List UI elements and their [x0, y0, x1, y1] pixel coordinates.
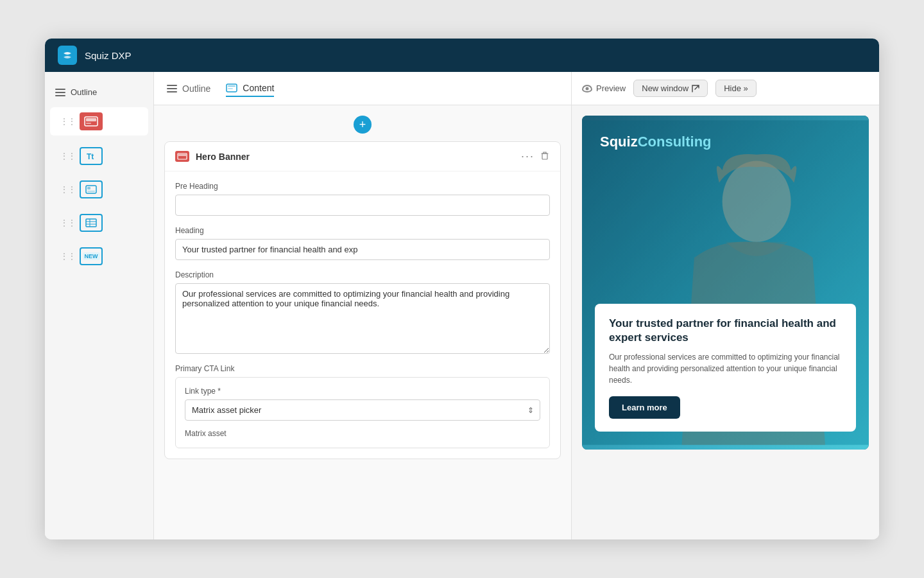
preview-label: Preview: [582, 83, 626, 93]
sidebar-item-hero[interactable]: ⋮⋮: [50, 107, 148, 136]
content-tab-icon: [226, 83, 237, 92]
app-title: Squiz DXP: [85, 50, 132, 61]
outline-tab-icon: [167, 85, 177, 92]
matrix-asset-row: Matrix asset: [185, 427, 540, 439]
svg-rect-13: [228, 88, 233, 89]
pre-heading-label: Pre Heading: [175, 182, 550, 191]
component-more-button[interactable]: ···: [521, 150, 535, 163]
component-title: Hero Banner: [196, 152, 515, 162]
preview-panel: Preview New window Hide »: [571, 72, 879, 539]
hero-cta-button[interactable]: Learn more: [609, 396, 680, 419]
svg-rect-1: [86, 118, 96, 121]
preview-header: Preview New window Hide »: [572, 72, 879, 105]
panel-body: + Hero Banner ···: [154, 105, 571, 539]
svg-rect-15: [178, 154, 186, 156]
svg-text:Tt: Tt: [87, 152, 94, 161]
description-label: Description: [175, 270, 550, 279]
primary-cta-label: Primary CTA Link: [175, 364, 550, 373]
drag-handle-icon: ⋮⋮: [60, 117, 76, 126]
link-type-row: Link type * Matrix asset picker URL Emai…: [185, 387, 540, 421]
description-field: Description Our professional services ar…: [175, 270, 550, 354]
component-header-icon: [175, 151, 189, 162]
hero-preview: SquizConsulting Your trusted partner for…: [582, 116, 869, 450]
component-header: Hero Banner ···: [165, 142, 560, 171]
component-block-hero: Hero Banner ···: [164, 141, 561, 459]
matrix-asset-label: Matrix asset: [185, 429, 227, 438]
hero-banner-icon: [80, 112, 103, 130]
content-panel: Outline Content +: [154, 72, 571, 539]
link-type-select-wrapper: Matrix asset picker URL Email Phone ⇕: [185, 399, 540, 421]
pre-heading-field: Pre Heading: [175, 182, 550, 216]
heading-input[interactable]: [175, 239, 550, 260]
hero-card: Your trusted partner for financial healt…: [595, 304, 856, 432]
drag-handle-icon: ⋮⋮: [60, 252, 76, 261]
primary-cta-field: Primary CTA Link Link type * Mat: [175, 364, 550, 448]
tab-outline[interactable]: Outline: [167, 81, 210, 96]
hero-brand: SquizConsulting: [600, 134, 712, 150]
pre-heading-input[interactable]: [175, 195, 550, 216]
svg-rect-12: [228, 85, 235, 87]
top-bar: Squiz DXP: [45, 39, 879, 72]
text-icon: Tt: [80, 147, 103, 165]
add-component-button[interactable]: +: [354, 116, 372, 134]
sidebar-item-text[interactable]: ⋮⋮ Tt: [50, 142, 148, 170]
svg-rect-6: [87, 191, 95, 192]
component-delete-button[interactable]: [540, 150, 550, 163]
hero-background: SquizConsulting Your trusted partner for…: [582, 116, 869, 450]
preview-content: SquizConsulting Your trusted partner for…: [572, 105, 879, 539]
drag-handle-icon: ⋮⋮: [60, 185, 76, 194]
panel-tabs: Outline Content: [154, 72, 571, 105]
heading-label: Heading: [175, 226, 550, 235]
preview-eye-icon: [582, 85, 592, 92]
hero-card-heading: Your trusted partner for financial healt…: [609, 317, 842, 345]
description-input[interactable]: Our professional services are committed …: [175, 283, 550, 354]
svg-rect-2: [86, 123, 91, 124]
sidebar-outline-header: Outline: [45, 82, 153, 102]
drag-handle-icon: ⋮⋮: [60, 152, 76, 161]
media-icon: [80, 180, 103, 198]
tab-content[interactable]: Content: [226, 80, 274, 97]
hero-card-description: Our professional services are committed …: [609, 351, 842, 386]
sidebar: Outline ⋮⋮ ⋮⋮ Tt: [45, 72, 154, 539]
link-type-label: Link type *: [185, 387, 540, 396]
component-actions: ···: [521, 150, 550, 163]
table-icon: [80, 214, 103, 232]
app-window: Squiz DXP Outline ⋮⋮: [45, 39, 879, 539]
main-area: Outline ⋮⋮ ⋮⋮ Tt: [45, 72, 879, 539]
new-window-button[interactable]: New window: [633, 80, 708, 97]
link-type-select[interactable]: Matrix asset picker URL Email Phone: [185, 399, 540, 421]
add-component-row: +: [164, 116, 561, 134]
hide-button[interactable]: Hide »: [715, 80, 757, 97]
external-link-icon: [692, 85, 699, 92]
form-fields: Pre Heading Heading Description: [165, 171, 560, 459]
hamburger-icon: [55, 89, 65, 96]
svg-rect-4: [86, 186, 96, 193]
outline-label: Outline: [71, 87, 97, 97]
svg-rect-7: [86, 219, 96, 227]
sidebar-item-new[interactable]: ⋮⋮ NEW: [50, 242, 148, 270]
cta-box: Link type * Matrix asset picker URL Emai…: [175, 377, 550, 448]
app-logo: [58, 46, 77, 65]
svg-rect-16: [542, 153, 547, 159]
drag-handle-icon: ⋮⋮: [60, 218, 76, 227]
app-shell: Squiz DXP Outline ⋮⋮: [0, 0, 924, 578]
sidebar-item-table[interactable]: ⋮⋮: [50, 209, 148, 237]
sidebar-item-media[interactable]: ⋮⋮: [50, 175, 148, 204]
svg-rect-5: [87, 187, 90, 189]
new-badge-icon: NEW: [80, 247, 103, 265]
heading-field: Heading: [175, 226, 550, 260]
